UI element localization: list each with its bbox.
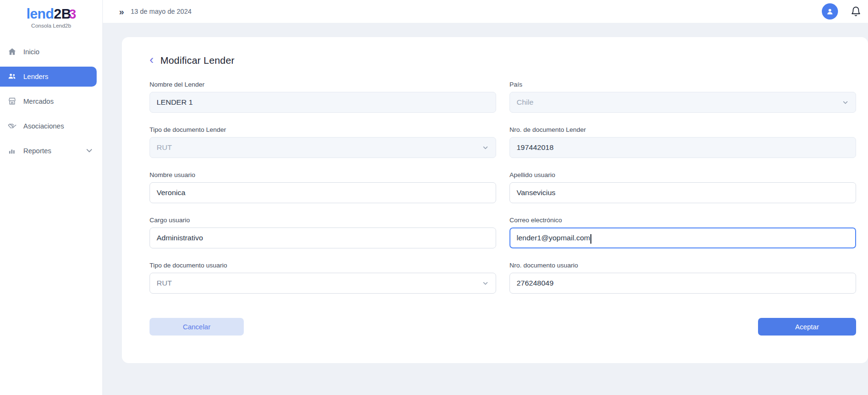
nro-documento-lender-input[interactable]: 197442018 [509,137,856,158]
tipo-documento-usuario-select[interactable]: RUT [150,273,496,294]
sidebar-item-lenders[interactable]: Lenders [0,67,97,87]
logo-subtitle: Consola Lend2b [0,23,102,29]
sidebar-item-mercados[interactable]: Mercados [0,91,102,111]
field-value: lender1@yopmail.com [517,234,590,242]
logo-pink-accent: 3 [69,7,76,21]
accept-button[interactable]: Aceptar [758,318,856,336]
field-nro-documento-lender: Nro. de documento Lender 197442018 [509,126,856,158]
nombre-usuario-input[interactable]: Veronica [150,182,496,203]
field-pais: País Chile [509,81,856,113]
sidebar-item-label: Mercados [23,98,54,105]
sidebar-item-reportes[interactable]: Reportes [0,141,102,161]
field-value: Chile [517,98,533,107]
sidebar-item-asociaciones[interactable]: Asociaciones [0,116,102,136]
field-nro-documento-usuario: Nro. documento usuario 276248049 [509,262,856,294]
field-value: RUT [157,143,172,152]
nro-documento-usuario-input[interactable]: 276248049 [509,273,856,294]
field-tipo-documento-lender: Tipo de documento Lender RUT [150,126,496,158]
bar-chart-icon [8,146,17,155]
logo-text-lend: lend [26,6,54,21]
field-value: Veronica [157,188,185,197]
field-correo-electronico: Correo electrónico lender1@yopmail.com [509,217,856,248]
field-value: LENDER 1 [157,98,193,107]
logo-text-2b: 2B [54,6,71,21]
field-label: País [509,81,856,88]
current-date: 13 de mayo de 2024 [131,8,192,15]
field-label: Nombre usuario [150,171,496,178]
tipo-documento-lender-select[interactable]: RUT [150,137,496,158]
field-label: Apellido usuario [509,171,856,178]
field-label: Nombre del Lender [150,81,496,88]
sidebar-item-inicio[interactable]: Inicio [0,42,102,62]
sidebar-item-label: Inicio [23,48,40,56]
field-nombre-del-lender: Nombre del Lender LENDER 1 [150,81,496,113]
field-label: Nro. documento usuario [509,262,856,269]
lender-form: Nombre del Lender LENDER 1 País Chile Ti… [150,81,856,294]
apellido-usuario-input[interactable]: Vansevicius [509,182,856,203]
sidebar-collapse-icon[interactable]: » [119,7,123,16]
field-nombre-usuario: Nombre usuario Veronica [150,171,496,203]
field-apellido-usuario: Apellido usuario Vansevicius [509,171,856,203]
field-label: Tipo de documento Lender [150,126,496,133]
field-label: Tipo de documento usuario [150,262,496,269]
page-title: Modificar Lender [160,55,235,66]
modify-lender-card: ‹ Modificar Lender Nombre del Lender LEN… [122,37,868,363]
user-avatar[interactable] [822,3,838,20]
chevron-down-icon [842,99,849,106]
correo-electronico-input[interactable]: lender1@yopmail.com [509,227,856,248]
field-value: Administrativo [157,234,203,242]
handshake-icon [8,121,17,130]
sidebar-nav: Inicio Lenders Mercados Asociaciones Rep [0,42,102,161]
person-icon [825,7,835,16]
field-label: Nro. de documento Lender [509,126,856,133]
text-cursor [590,234,591,244]
nombre-lender-input[interactable]: LENDER 1 [150,92,496,113]
field-value: 276248049 [517,279,554,287]
sidebar: lend2B3 Consola Lend2b Inicio Lenders Me… [0,0,103,395]
chevron-down-icon [482,144,489,151]
sidebar-item-label: Reportes [23,147,51,155]
content-area: ‹ Modificar Lender Nombre del Lender LEN… [103,23,868,395]
chevron-down-icon [85,146,94,155]
app-logo: lend2B3 Consola Lend2b [0,0,102,29]
sidebar-item-label: Asociaciones [23,122,64,130]
home-icon [8,47,17,56]
field-value: RUT [157,279,172,287]
pais-select[interactable]: Chile [509,92,856,113]
sidebar-item-label: Lenders [23,73,48,80]
chevron-down-icon [482,280,489,287]
cargo-usuario-input[interactable]: Administrativo [150,227,496,248]
cancel-button[interactable]: Cancelar [150,318,244,336]
field-tipo-documento-usuario: Tipo de documento usuario RUT [150,262,496,294]
field-label: Correo electrónico [509,217,856,224]
field-cargo-usuario: Cargo usuario Administrativo [150,217,496,248]
field-value: Vansevicius [517,188,556,197]
field-value: 197442018 [517,143,554,152]
users-icon [8,72,17,81]
back-chevron-icon[interactable]: ‹ [150,53,154,66]
field-label: Cargo usuario [150,217,496,224]
top-header: » 13 de mayo de 2024 [103,0,868,23]
store-icon [8,97,17,106]
notification-bell-icon[interactable] [850,6,861,17]
